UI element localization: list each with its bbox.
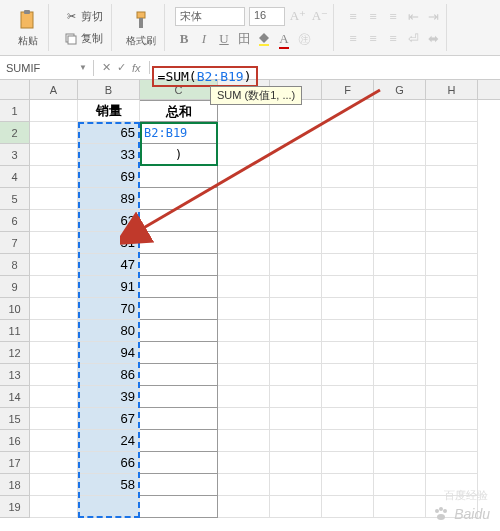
cell[interactable]: [140, 364, 218, 386]
cell[interactable]: [140, 232, 218, 254]
cell[interactable]: [30, 386, 78, 408]
cell[interactable]: [322, 342, 374, 364]
cell[interactable]: [322, 122, 374, 144]
cell[interactable]: [426, 166, 478, 188]
row-header[interactable]: 1: [0, 100, 30, 122]
cell[interactable]: [322, 430, 374, 452]
format-painter-button[interactable]: 格式刷: [122, 6, 160, 50]
cell[interactable]: [426, 408, 478, 430]
cut-button[interactable]: ✂ 剪切: [59, 7, 107, 27]
accept-formula-button[interactable]: ✓: [117, 61, 126, 74]
row-header[interactable]: 7: [0, 232, 30, 254]
decrease-font-icon[interactable]: A⁻: [311, 7, 329, 25]
cell-header-sales[interactable]: 销量: [78, 100, 140, 122]
align-right-icon[interactable]: ≡: [384, 30, 402, 48]
cell[interactable]: [218, 122, 270, 144]
cell[interactable]: [322, 100, 374, 122]
formula-input[interactable]: =SUM(B2:B19): [150, 66, 500, 70]
row-header[interactable]: 16: [0, 430, 30, 452]
cell[interactable]: [140, 166, 218, 188]
cell[interactable]: [140, 342, 218, 364]
cell[interactable]: [426, 232, 478, 254]
row-header[interactable]: 15: [0, 408, 30, 430]
font-name-select[interactable]: 宋体: [175, 7, 245, 26]
cell[interactable]: [270, 474, 322, 496]
active-cell-c2[interactable]: B2:B19: [140, 122, 218, 144]
cell[interactable]: [140, 430, 218, 452]
cell[interactable]: [426, 122, 478, 144]
row-header[interactable]: 6: [0, 210, 30, 232]
cell[interactable]: [218, 320, 270, 342]
cell[interactable]: [218, 342, 270, 364]
cell[interactable]: 39: [78, 386, 140, 408]
row-header[interactable]: 11: [0, 320, 30, 342]
cell[interactable]: [218, 298, 270, 320]
cell[interactable]: 67: [78, 408, 140, 430]
cell[interactable]: [30, 474, 78, 496]
cell[interactable]: [322, 320, 374, 342]
cell[interactable]: [218, 496, 270, 518]
align-left-icon[interactable]: ≡: [344, 30, 362, 48]
cell[interactable]: [30, 276, 78, 298]
cell[interactable]: 69: [78, 166, 140, 188]
cell[interactable]: [30, 320, 78, 342]
row-header[interactable]: 17: [0, 452, 30, 474]
cell[interactable]: [30, 496, 78, 518]
indent-right-icon[interactable]: ⇥: [424, 8, 442, 26]
cell[interactable]: [218, 188, 270, 210]
phonetic-button[interactable]: ㊟: [295, 30, 313, 48]
cell[interactable]: [426, 254, 478, 276]
cell[interactable]: [30, 122, 78, 144]
col-header-g[interactable]: G: [374, 80, 426, 99]
cell[interactable]: [270, 166, 322, 188]
cell[interactable]: [426, 320, 478, 342]
cell[interactable]: [426, 144, 478, 166]
cell[interactable]: [426, 342, 478, 364]
cell[interactable]: [140, 408, 218, 430]
cell[interactable]: [374, 144, 426, 166]
cell[interactable]: [374, 496, 426, 518]
cell[interactable]: [30, 166, 78, 188]
cell[interactable]: [270, 408, 322, 430]
cell[interactable]: [218, 232, 270, 254]
cell[interactable]: [30, 364, 78, 386]
cell[interactable]: [374, 254, 426, 276]
cell[interactable]: [322, 364, 374, 386]
cell[interactable]: [30, 144, 78, 166]
cell[interactable]: 47: [78, 254, 140, 276]
cell[interactable]: [140, 452, 218, 474]
cell[interactable]: [140, 320, 218, 342]
cell[interactable]: [322, 298, 374, 320]
cell[interactable]: [426, 452, 478, 474]
cell[interactable]: [426, 430, 478, 452]
align-top-icon[interactable]: ≡: [344, 8, 362, 26]
spreadsheet-grid[interactable]: 1 销量 总和 2 65 B2:B19 3 33 ) 469 589 662 7…: [0, 100, 500, 518]
cell[interactable]: [140, 298, 218, 320]
cell[interactable]: [322, 474, 374, 496]
cell[interactable]: 94: [78, 342, 140, 364]
cell[interactable]: [270, 496, 322, 518]
row-header[interactable]: 18: [0, 474, 30, 496]
cell[interactable]: [140, 210, 218, 232]
row-header[interactable]: 9: [0, 276, 30, 298]
cell[interactable]: [374, 452, 426, 474]
cell[interactable]: [322, 166, 374, 188]
cell[interactable]: 51: [78, 232, 140, 254]
cell[interactable]: [322, 254, 374, 276]
select-all-corner[interactable]: [0, 80, 30, 99]
cell[interactable]: [270, 232, 322, 254]
cell-header-total[interactable]: 总和: [140, 100, 218, 122]
cell[interactable]: 91: [78, 276, 140, 298]
cell[interactable]: [270, 342, 322, 364]
cell[interactable]: [374, 408, 426, 430]
cell[interactable]: [374, 276, 426, 298]
cell[interactable]: [270, 386, 322, 408]
cell[interactable]: [218, 166, 270, 188]
cell[interactable]: [426, 364, 478, 386]
border-button[interactable]: 田: [235, 30, 253, 48]
cell[interactable]: [322, 232, 374, 254]
cell[interactable]: [270, 364, 322, 386]
row-header[interactable]: 19: [0, 496, 30, 518]
wrap-text-icon[interactable]: ⏎: [404, 30, 422, 48]
bold-button[interactable]: B: [175, 30, 193, 48]
